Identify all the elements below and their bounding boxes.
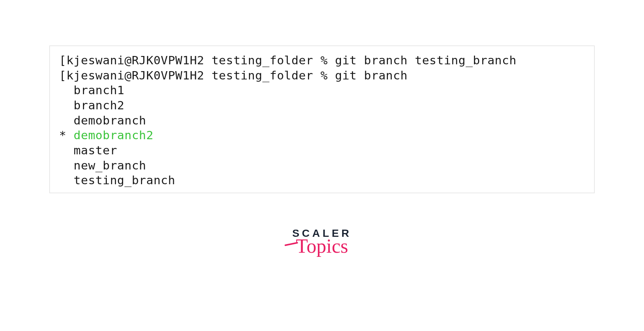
branch-item: demobranch [59,113,585,128]
branch-item: branch2 [59,98,585,113]
branch-item: branch1 [59,83,585,98]
logo-text-topics: Topics [296,236,348,256]
branch-item: master [59,143,585,158]
scaler-topics-logo: SCALER Topics [292,227,352,256]
current-branch-name: demobranch2 [73,128,153,142]
terminal-output: [kjeswani@RJK0VPW1H2 testing_folder % gi… [49,45,595,193]
branch-item: testing_branch [59,173,585,188]
branch-item-current: * demobranch2 [59,128,585,143]
terminal-line: [kjeswani@RJK0VPW1H2 testing_folder % gi… [59,68,585,83]
branch-item: new_branch [59,158,585,173]
terminal-line: [kjeswani@RJK0VPW1H2 testing_folder % gi… [59,53,585,68]
